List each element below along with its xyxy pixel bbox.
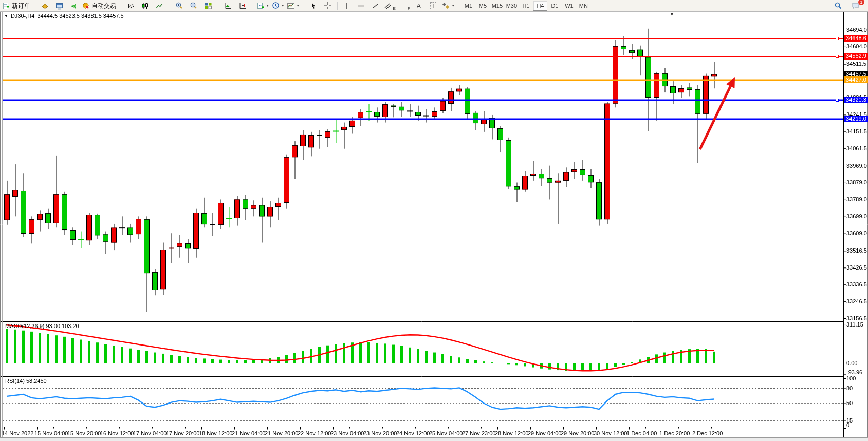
timeframe-button-m30[interactable]: M30	[504, 1, 519, 11]
mt4-window: 新订单 自动交易 ▾ ▾ ▾ E F A T ▾	[0, 0, 868, 441]
collapse-triangle-icon[interactable]: ▼	[4, 14, 8, 18]
toolbar-grip	[168, 2, 171, 10]
terminal-icon	[56, 2, 63, 10]
signals-button[interactable]	[66, 0, 81, 11]
tile-windows-button[interactable]	[201, 0, 215, 11]
trendline-tool-button[interactable]	[368, 0, 383, 11]
horizontal-line-icon	[357, 2, 365, 10]
candlestick-chart-icon	[141, 2, 149, 10]
chart-ohlc-values: 34444.5 34523.5 34381.5 34457.5	[37, 13, 123, 19]
status-strip	[0, 438, 868, 441]
templates-button[interactable]: ▾	[285, 0, 301, 11]
timeframe-button-m15[interactable]: M15	[490, 1, 504, 11]
toolbar-grip	[119, 2, 122, 10]
chart-shift-button[interactable]	[235, 0, 250, 11]
metaeditor-button[interactable]	[38, 0, 52, 11]
toolbar-grip	[217, 2, 219, 10]
profiles-button[interactable]: ▾	[270, 0, 286, 11]
tile-windows-icon	[205, 2, 212, 10]
new-order-label: 新订单	[12, 2, 30, 10]
timeframe-button-m1[interactable]: M1	[461, 1, 475, 11]
cursor-icon	[310, 2, 317, 10]
terminal-button[interactable]	[52, 0, 66, 11]
main-chart-canvas[interactable]	[0, 0, 868, 441]
new-chart-button[interactable]: ▾	[255, 0, 270, 11]
clock-icon	[272, 2, 280, 10]
notifications-button[interactable]: 1	[848, 0, 863, 11]
timeframe-button-w1[interactable]: W1	[562, 1, 576, 11]
dropdown-arrow-icon: ▾	[297, 4, 299, 8]
hline-tool-button[interactable]	[354, 0, 368, 11]
trendline-icon	[372, 2, 380, 10]
new-chart-icon	[257, 2, 265, 10]
timeframe-button-d1[interactable]: D1	[547, 1, 562, 11]
dropdown-arrow-icon: ▾	[452, 4, 454, 8]
timeframe-button-mn[interactable]: MN	[576, 1, 590, 11]
notification-count-badge: 1	[858, 0, 865, 6]
new-order-button[interactable]: 新订单	[1, 0, 32, 11]
vertical-line-icon	[343, 2, 350, 10]
arrows-tool-button[interactable]: ▾	[440, 0, 456, 11]
toolbar: 新订单 自动交易 ▾ ▾ ▾ E F A T ▾	[0, 0, 868, 12]
label-tool-icon: T	[430, 2, 437, 9]
toolbar-grip	[33, 2, 36, 10]
text-tool-button[interactable]: A	[412, 0, 426, 11]
auto-trading-button[interactable]: 自动交易	[81, 0, 118, 11]
crosshair-icon	[324, 2, 332, 10]
channel-tool-button[interactable]: E	[383, 0, 397, 11]
template-icon	[287, 2, 295, 10]
fibonacci-tool-button[interactable]: F	[397, 0, 412, 11]
zoom-in-button[interactable]	[172, 0, 187, 11]
zoom-out-button[interactable]	[187, 0, 201, 11]
timeframe-button-h1[interactable]: H1	[519, 1, 533, 11]
toolbar-grip	[302, 2, 305, 10]
equidistant-channel-icon	[384, 3, 392, 9]
zoom-out-icon	[190, 2, 198, 10]
dropdown-arrow-icon: ▾	[267, 4, 269, 8]
toolbar-grip	[457, 2, 459, 10]
new-order-icon	[3, 2, 10, 10]
fibonacci-icon	[399, 3, 406, 9]
channel-subscript: E	[393, 6, 396, 11]
dropdown-arrow-icon: ▾	[282, 4, 284, 8]
crosshair-tool-button[interactable]	[321, 0, 335, 11]
timeframe-button-m5[interactable]: M5	[475, 1, 490, 11]
search-button[interactable]	[831, 0, 845, 11]
label-tool-button[interactable]: T	[426, 0, 440, 11]
zoom-in-icon	[175, 2, 183, 10]
text-tool-icon: A	[417, 2, 421, 10]
auto-scroll-button[interactable]	[221, 0, 235, 11]
toolbar-grip	[251, 2, 254, 10]
auto-scroll-icon	[225, 2, 232, 10]
bar-chart-button[interactable]	[123, 0, 138, 11]
chart-title: ▼ DJ30-,H4 34444.5 34523.5 34381.5 34457…	[4, 13, 124, 19]
metaeditor-icon	[41, 2, 49, 10]
cursor-tool-button[interactable]	[306, 0, 321, 11]
timeframe-button-h4[interactable]: H4	[533, 1, 547, 11]
toolbar-separator	[337, 2, 338, 10]
line-chart-button[interactable]	[152, 0, 167, 11]
chart-symbol-period: DJ30-,H4	[11, 13, 34, 19]
vline-tool-button[interactable]	[340, 0, 354, 11]
chart-shift-icon	[239, 2, 247, 10]
timeframe-group: M1 M5 M15 M30 H1 H4 D1 W1 MN	[461, 1, 590, 11]
fibonacci-subscript: F	[408, 6, 410, 11]
line-chart-icon	[156, 2, 163, 10]
search-icon	[834, 2, 842, 10]
candlestick-chart-button[interactable]	[138, 0, 152, 11]
auto-trading-icon	[82, 2, 90, 10]
arrows-shapes-icon	[442, 2, 450, 10]
signal-icon	[70, 2, 78, 10]
chart-shift-marker[interactable]: ▼	[670, 12, 674, 17]
auto-trading-label: 自动交易	[91, 2, 116, 10]
bar-chart-icon	[127, 2, 135, 10]
